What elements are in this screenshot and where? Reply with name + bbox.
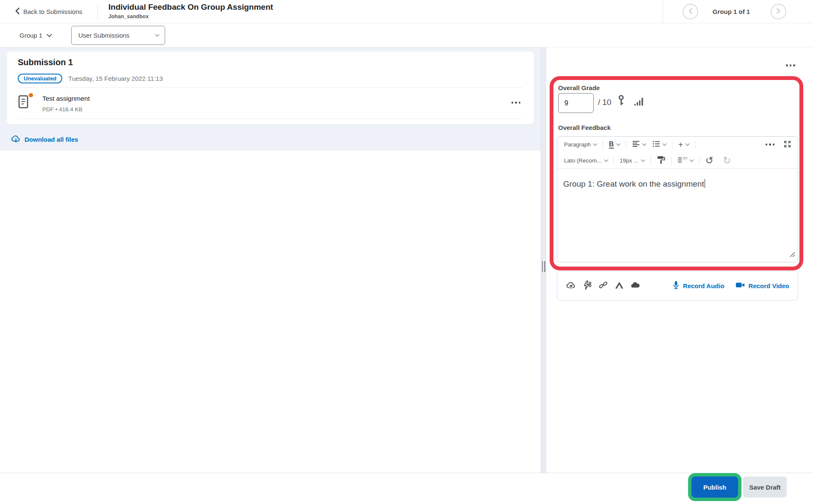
font-family-dropdown[interactable]: Lato (Recom... <box>562 157 609 165</box>
chevron-left-icon <box>689 8 692 16</box>
unread-dot-icon <box>29 93 33 97</box>
bar-chart-icon <box>634 97 644 107</box>
toolbar-divider <box>695 140 695 149</box>
chevron-down-icon <box>593 142 597 146</box>
chevron-left-icon <box>15 8 19 16</box>
microphone-icon <box>673 281 679 291</box>
paragraph-style-value: Paragraph <box>564 141 591 148</box>
quicklink-button[interactable] <box>598 281 608 291</box>
toolbar-divider <box>603 140 603 149</box>
download-all-files-link[interactable]: Download all files <box>11 135 78 144</box>
undo-button[interactable]: ↺ <box>704 155 715 166</box>
key-icon <box>618 95 624 107</box>
cloud-upload-icon <box>566 281 576 291</box>
evaluation-panel: Overall Grade / 10 Overa <box>546 47 813 473</box>
evaluation-page: Back to Submissions Individual Feedback … <box>0 0 813 504</box>
chevron-down-icon <box>689 157 694 162</box>
file-name-link[interactable]: Test assignment <box>42 95 90 102</box>
file-meta: PDF • 416.4 KB <box>42 106 83 113</box>
editor-toolbar-row-2: Lato (Recom... 19px ... <box>557 152 798 169</box>
record-audio-label: Record Audio <box>683 282 725 289</box>
header-divider <box>97 3 98 20</box>
grade-scheme-button[interactable] <box>618 95 624 107</box>
group-dropdown-label: Group 1 <box>19 32 42 39</box>
previous-group-button[interactable] <box>683 4 698 19</box>
onedrive-button[interactable] <box>630 282 641 289</box>
chevron-down-icon <box>641 157 645 162</box>
insert-dropdown[interactable]: + <box>677 140 691 149</box>
svg-text:123: 123 <box>683 157 687 160</box>
feedback-text: Group 1: Great work on the assignment <box>563 179 704 188</box>
video-camera-icon <box>736 282 745 289</box>
fullscreen-icon <box>784 140 791 149</box>
redo-button[interactable]: ↻ <box>721 155 733 166</box>
font-size-dropdown[interactable]: 19px ... <box>618 157 646 165</box>
submission-date: Tuesday, 15 February 2022 11:13 <box>68 75 163 82</box>
upload-file-button[interactable] <box>566 281 576 291</box>
toolbar-divider <box>614 156 614 165</box>
submission-view-select[interactable]: User Submissions <box>71 26 165 45</box>
submission-view-value: User Submissions <box>78 32 130 39</box>
splitter-drag-handle-icon <box>542 261 545 272</box>
cloud-download-icon <box>11 135 21 144</box>
grade-statistics-button[interactable] <box>634 97 644 107</box>
feedback-text-area[interactable]: Group 1: Great work on the assignment <box>557 169 798 262</box>
grade-input[interactable] <box>558 93 594 113</box>
bullet-list-icon <box>653 140 660 149</box>
list-dropdown[interactable] <box>651 140 668 149</box>
save-draft-button[interactable]: Save Draft <box>743 476 787 498</box>
overall-grade-label: Overall Grade <box>558 84 600 91</box>
feedback-editor: Paragraph B <box>557 136 798 262</box>
insert-stuff-button[interactable] <box>582 281 592 291</box>
submission-card: Submission 1 Unevaluated Tuesday, 15 Feb… <box>7 52 534 124</box>
toolbar-divider <box>626 140 626 149</box>
record-video-button[interactable]: Record Video <box>736 282 789 289</box>
chevron-down-icon <box>604 157 608 162</box>
submission-title: Submission 1 <box>18 58 73 67</box>
undo-icon: ↺ <box>705 156 713 165</box>
next-group-button[interactable] <box>771 4 786 19</box>
action-footer: Publish Save Draft <box>0 473 813 504</box>
fullscreen-button[interactable] <box>782 140 793 150</box>
line-spacing-dropdown[interactable]: 123 <box>676 155 695 165</box>
page-title: Individual Feedback On Group Assignment <box>108 3 273 12</box>
overall-feedback-label: Overall Feedback <box>558 124 611 131</box>
paragraph-style-dropdown[interactable]: Paragraph <box>562 140 598 149</box>
filter-bar: Group 1 User Submissions <box>0 23 813 47</box>
bold-dropdown[interactable]: B <box>607 140 622 149</box>
format-painter-button[interactable] <box>655 154 667 166</box>
google-drive-button[interactable] <box>614 281 625 290</box>
chevron-down-icon <box>616 142 620 146</box>
link-icon <box>599 281 608 291</box>
record-audio-button[interactable]: Record Audio <box>673 281 725 291</box>
resize-handle-icon[interactable] <box>789 250 795 259</box>
lightning-icon <box>583 281 592 291</box>
font-size-value: 19px ... <box>620 157 639 164</box>
divider <box>18 118 523 119</box>
back-label: Back to Submissions <box>23 8 82 15</box>
panel-splitter[interactable] <box>541 47 546 473</box>
plus-icon: + <box>678 141 683 149</box>
publish-button[interactable]: Publish <box>691 476 738 498</box>
file-options-button[interactable] <box>509 99 523 106</box>
font-family-value: Lato (Recom... <box>564 157 602 164</box>
group-dropdown[interactable]: Group 1 <box>19 23 51 47</box>
toolbar-divider <box>699 156 700 165</box>
alignment-dropdown[interactable] <box>630 140 647 149</box>
attachments-bar: Record Audio Record Video <box>557 271 798 300</box>
toolbar-more-button[interactable] <box>764 143 777 146</box>
group-pager-label: Group 1 of 1 <box>703 0 760 23</box>
chevron-right-icon <box>777 8 780 16</box>
chevron-down-icon <box>47 32 52 37</box>
back-to-submissions-link[interactable]: Back to Submissions <box>15 0 82 23</box>
evaluation-options-button[interactable] <box>784 63 797 68</box>
chevron-down-icon <box>642 142 646 146</box>
chevron-down-icon <box>686 142 690 146</box>
document-icon <box>18 95 32 109</box>
redo-icon: ↻ <box>723 156 731 165</box>
submissions-panel: Submission 1 Unevaluated Tuesday, 15 Feb… <box>0 47 541 151</box>
ellipsis-icon <box>766 143 775 146</box>
record-video-label: Record Video <box>749 282 789 289</box>
text-cursor <box>705 179 705 188</box>
toolbar-divider <box>671 156 672 165</box>
